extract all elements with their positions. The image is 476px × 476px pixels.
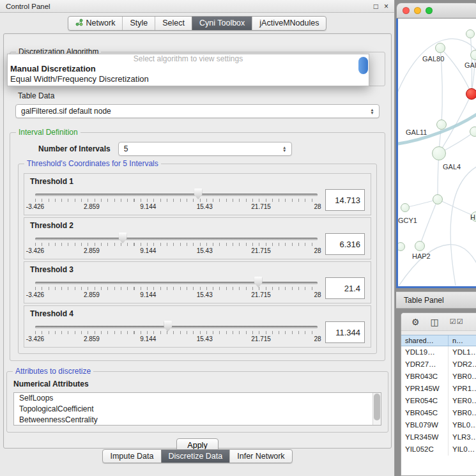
scale-tick-label: 21.715	[251, 291, 271, 298]
tab-impute-data[interactable]: Impute Data	[103, 450, 160, 463]
combo-stepper-icon[interactable]: ▲▼	[368, 108, 376, 114]
tab-select[interactable]: Select	[155, 17, 192, 30]
column-header-shared-name[interactable]: shared…	[401, 335, 449, 346]
popup-option-manual-discretization[interactable]: Manual Discretization	[8, 64, 369, 74]
slider-scale: -3.4262.8599.14415.4321.71528	[35, 335, 318, 343]
table-panel-header[interactable]: Table Panel	[396, 291, 476, 309]
control-panel-window: Control Panel □ × Network Style Select C…	[0, 0, 395, 476]
threshold-slider[interactable]: -3.4262.8599.14415.4321.71528	[35, 275, 318, 302]
network-node-label: GAL11	[406, 128, 427, 136]
table-row[interactable]: YER054CYER0…	[401, 395, 476, 407]
slider-thumb[interactable]	[164, 321, 172, 332]
network-node[interactable]	[470, 50, 476, 60]
slider-thumb[interactable]	[254, 277, 263, 288]
tab-style[interactable]: Style	[122, 17, 155, 30]
gear-icon[interactable]: ⚙	[411, 318, 420, 326]
threshold-value-input[interactable]: 14.713	[325, 189, 365, 211]
table-row[interactable]: YLR345WYLR3…	[401, 431, 476, 443]
group-title: Threshold's Coordinates for 5 Intervals	[24, 159, 161, 168]
tab-discretize-data[interactable]: Discretize Data	[161, 450, 230, 463]
table-data-selected-value: galFiltered.sif default node	[21, 107, 368, 116]
threshold-panel: Threshold 2 -3.4262.8599.14415.4321.7152…	[24, 217, 371, 259]
table-row[interactable]: YBR045CYBR0…	[401, 407, 476, 419]
popup-option-equal-width-frequency[interactable]: Equal Width/Frequency Discretization	[8, 74, 369, 84]
mac-minimize-icon[interactable]	[414, 7, 421, 14]
slider-track[interactable]	[35, 194, 318, 196]
network-node[interactable]	[433, 194, 443, 204]
float-window-icon[interactable]: □	[374, 2, 378, 11]
network-node[interactable]	[470, 127, 476, 137]
network-node[interactable]	[435, 43, 445, 53]
tab-infer-network[interactable]: Infer Network	[229, 450, 291, 463]
table-row[interactable]: YDL19…YDL1…	[401, 346, 476, 358]
table-row[interactable]: YBR043CYBR0…	[401, 371, 476, 383]
top-tabbar: Network Style Select Cyni Toolbox jActiv…	[0, 13, 394, 33]
scale-tick-label: 15.43	[197, 291, 213, 298]
slider-track[interactable]	[35, 326, 318, 328]
threshold-label: Threshold 2	[30, 221, 365, 230]
table-row[interactable]: YDR27…YDR2…	[401, 358, 476, 371]
table-rows: YDL19…YDL1…YDR27…YDR2…YBR043CYBR0…YPR145…	[401, 346, 476, 476]
window-title: Control Panel	[6, 3, 50, 10]
threshold-label: Threshold 1	[30, 177, 365, 186]
scale-tick-label: 9.144	[140, 335, 156, 342]
table-row[interactable]: YBL079WYBL0…	[401, 419, 476, 431]
table-data-select[interactable]: galFiltered.sif default node ▲▼	[15, 104, 380, 118]
network-node[interactable]	[466, 88, 476, 100]
network-node[interactable]	[396, 242, 405, 251]
select-columns-checkbox-icon[interactable]: ☑☑	[450, 318, 464, 325]
scale-tick-label: 2.859	[84, 247, 100, 254]
scale-tick-label: 9.144	[140, 203, 156, 210]
slider-track[interactable]	[35, 282, 318, 284]
threshold-slider[interactable]: -3.4262.8599.14415.4321.71528	[35, 319, 318, 346]
slider-thumb[interactable]	[119, 233, 127, 243]
combo-stepper-icon[interactable]: ▲▼	[280, 146, 289, 152]
slider-scale: -3.4262.8599.14415.4321.71528	[35, 247, 318, 255]
list-scrollbar[interactable]	[372, 393, 381, 425]
network-canvas[interactable]: GAL80GAL…GAL11GAL4GCY1HAP2H…	[398, 19, 476, 286]
threshold-slider[interactable]: -3.4262.8599.14415.4321.71528	[35, 231, 318, 257]
network-node[interactable]	[436, 119, 447, 130]
threshold-value-input[interactable]: 11.344	[325, 321, 365, 343]
scrollbar-thumb[interactable]	[374, 394, 380, 420]
network-node[interactable]	[466, 29, 475, 38]
table-row[interactable]: YIL052CYIL0…	[401, 443, 476, 456]
threshold-slider[interactable]: -3.4262.8599.14415.4321.71528	[35, 187, 318, 213]
slider-ticks	[35, 287, 318, 290]
threshold-label: Threshold 3	[30, 265, 365, 274]
table-toolbar: ⚙ ◫ ☑☑	[401, 313, 476, 331]
threshold-panel: Threshold 4 -3.4262.8599.14415.4321.7152…	[24, 305, 371, 348]
network-node[interactable]	[401, 203, 410, 212]
tab-cyni-toolbox[interactable]: Cyni Toolbox	[192, 17, 252, 30]
slider-thumb[interactable]	[194, 188, 203, 199]
popup-scrollbar[interactable]	[358, 57, 368, 74]
bottom-tabbar: Impute Data Discretize Data Infer Networ…	[0, 449, 395, 463]
column-header-name[interactable]: n…	[449, 335, 476, 346]
scale-tick-label: -3.426	[26, 291, 44, 298]
threshold-value-input[interactable]: 6.316	[325, 233, 365, 255]
tab-network[interactable]: Network	[68, 17, 123, 30]
list-item[interactable]: SelfLoops	[14, 393, 372, 404]
network-canvas-frame: GAL80GAL…GAL11GAL4GCY1HAP2H…	[396, 19, 476, 288]
network-window-titlebar[interactable]	[396, 3, 476, 19]
close-icon[interactable]: ×	[384, 2, 388, 11]
number-of-intervals-label: Number of Intervals	[38, 144, 111, 153]
scale-tick-label: 21.715	[251, 203, 271, 210]
scale-tick-label: 21.715	[251, 335, 271, 342]
mac-zoom-icon[interactable]	[426, 7, 433, 14]
columns-icon[interactable]: ◫	[431, 318, 439, 326]
numerical-attributes-list[interactable]: SelfLoopsTopologicalCoefficientBetweenne…	[13, 392, 381, 426]
network-node-label: H…	[470, 213, 476, 221]
network-node[interactable]	[432, 146, 446, 160]
table-row[interactable]: YPR145WYPR1…	[401, 383, 476, 395]
list-item[interactable]: TopologicalCoefficient	[14, 404, 372, 415]
threshold-value-input[interactable]: 21.4	[325, 277, 365, 299]
mac-close-icon[interactable]	[403, 7, 410, 14]
number-of-intervals-select[interactable]: 5 ▲▼	[118, 142, 292, 156]
slider-track[interactable]	[35, 238, 318, 240]
scale-tick-label: -3.426	[26, 247, 44, 254]
network-node[interactable]	[415, 241, 425, 251]
tab-jactivemnodules[interactable]: jActiveMNodules	[252, 17, 326, 30]
scale-tick-label: 9.144	[140, 291, 156, 298]
list-item[interactable]: BetweennessCentrality	[14, 415, 372, 426]
